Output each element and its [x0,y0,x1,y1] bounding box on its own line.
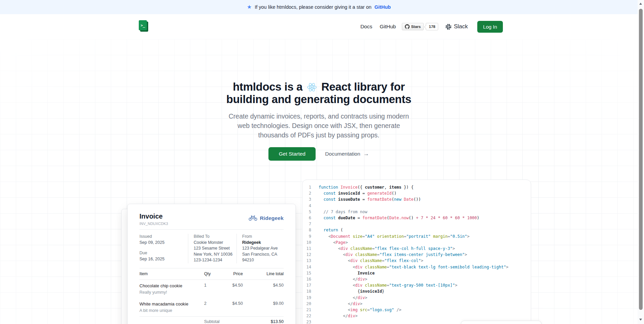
subtotal-value: $13.50 [271,319,284,324]
scrollbar [638,0,644,324]
htmldocs-logo-icon[interactable]: >_ [139,20,149,33]
documentation-label: Documentation [325,151,360,157]
code-line: 19 </div> [305,295,531,301]
code-line: 1function Invoice({ customer, items }) { [305,184,531,190]
invoice-meta: Issued Sep 09, 2025 Due Sep 16, 2025 Bil… [139,230,284,268]
table-header: Item Qty Price Line total [139,268,284,280]
bicycle-icon [249,215,257,221]
stars-count[interactable]: 178 [426,23,438,30]
code-line: 2 const invoiceId = generateId() [305,190,531,196]
invoice-header: Invoice INV_NDUXCDK3 Ridegeek [139,212,284,226]
billed-line: 123 Sesame Street [194,246,236,252]
code-block: 1function Invoice({ customer, items }) {… [302,180,531,324]
billed-line: New York, NY 10036 [194,252,236,258]
from-label: From [242,234,284,240]
scrollbar-up-arrow[interactable] [639,3,642,5]
col-qty: Qty [204,271,223,276]
login-button[interactable]: Log In [477,21,503,33]
code-line: 22 </div> [305,313,531,319]
billed-line: Cookie Monster [194,240,236,246]
due-label: Due [139,250,188,256]
code-line: 16 </div> [305,276,531,282]
invoice-title: Invoice [139,212,168,220]
from-line: 123 Pedalgear Ave [242,246,284,252]
invoice-id: INV_NDUXCDK3 [139,222,168,226]
item-name: White macadamia cookie [139,301,204,307]
code-line: 3 const issueDate = formatDate(new Date(… [305,196,531,202]
col-price: Price [223,271,243,276]
code-line: 7 [305,221,531,227]
item-desc: Really yummy! [139,290,204,295]
dates-column: Issued Sep 09, 2025 Due Sep 16, 2025 [139,234,188,263]
summary-row: Subtotal $13.50 [139,316,284,324]
subtotal-label: Subtotal [204,319,271,324]
item-cell: White macadamia cookie A bit more unique [139,301,204,313]
total-cell: $9.00 [243,301,284,313]
code-line: 17 <div className="text-gray-500 text-[1… [305,282,531,288]
hero-subtitle: Create dynamic invoices, reports, and co… [0,111,638,140]
page: ★ If you like htmldocs, please consider … [0,0,644,324]
price-cell: $4.50 [223,301,243,313]
react-icon [307,82,317,92]
code-line: 6 const dueDate = formatDate(Date.now() … [305,215,531,221]
invoice-card: Invoice INV_NDUXCDK3 Ridegeek Issued Sep… [127,204,296,324]
due-value: Sep 16, 2025 [139,256,188,262]
item-cell: Chocolate chip cookie Really yummy! [139,283,204,295]
code-line: 8 return ( [305,227,531,233]
stars-label: Stars [411,25,421,29]
title-part1: htmldocs is a [233,80,302,93]
title-line2: building and generating documents [226,93,411,105]
code-panel: 1function Invoice({ customer, items }) {… [302,180,531,324]
col-line-total: Line total [243,271,284,276]
code-line: 10 <Page> [305,239,531,246]
slack-icon [446,24,451,30]
table-row: Chocolate chip cookie Really yummy! 1 $4… [139,280,284,298]
arrow-right-icon: → [363,151,369,157]
brand-logo: Ridegeek [249,215,284,221]
title-part2: React library for [321,80,405,93]
code-line: 15 Invoice [305,270,531,276]
documentation-link[interactable]: Documentation → [325,151,369,157]
code-line: 4 [305,203,531,209]
code-line: 13 <div className="flex flex-col"> [305,258,531,264]
col-item: Item [139,271,204,276]
slack-label: Slack [454,23,468,30]
item-desc: A bit more unique [139,308,204,313]
nav-slack-link[interactable]: Slack [446,23,468,30]
banner-github-link[interactable]: GitHub [375,4,391,10]
code-line: 5 // 7 days from now [305,209,531,215]
github-stars-badge[interactable]: Stars 178 [402,23,438,30]
code-line: 21 <img src="logo.svg" /> [305,307,531,313]
nav-github-link[interactable]: GitHub [380,24,396,30]
billed-to-column: Billed To Cookie Monster 123 Sesame Stre… [188,234,236,263]
get-started-button[interactable]: Get Started [268,147,316,161]
from-name: Ridegeek [242,240,284,246]
issued-value: Sep 09, 2025 [139,240,188,246]
code-line: 18 {invoiceId} [305,288,531,294]
code-line: 14 <div className="text-black text-lg fo… [305,264,531,270]
from-line: 94210 [242,257,284,263]
from-line: San Francisco, CA [242,252,284,258]
code-line: 12 <div className="flex items-center jus… [305,252,531,258]
banner-text: If you like htmldocs, please consider gi… [255,4,372,10]
star-icon: ★ [247,4,252,10]
price-cell: $4.50 [223,283,243,295]
scrollbar-down-arrow[interactable] [639,319,642,321]
code-line: 11 <div className="flex flex-col h-full … [305,246,531,252]
scrollbar-thumb[interactable] [639,9,643,310]
item-name: Chocolate chip cookie [139,283,204,289]
from-column: From Ridegeek 123 Pedalgear Ave San Fran… [236,234,284,263]
billed-to-label: Billed To [194,234,236,240]
billed-line: 123-1234-1234 [194,257,236,263]
nav: Docs GitHub Stars 178 Slack Log In [360,14,503,39]
cta-row: Get Started Documentation → [0,147,638,161]
qty-cell: 2 [204,301,223,313]
stars-button[interactable]: Stars [402,23,424,30]
qty-cell: 1 [204,283,223,295]
invoice-title-block: Invoice INV_NDUXCDK3 [139,212,168,226]
nav-docs-link[interactable]: Docs [360,24,372,30]
logo-glyph: >_ [139,20,147,30]
issued-label: Issued [139,234,188,240]
code-line: 20 </div> [305,301,531,307]
header: >_ Docs GitHub Stars 178 Slack Log In [0,14,638,39]
